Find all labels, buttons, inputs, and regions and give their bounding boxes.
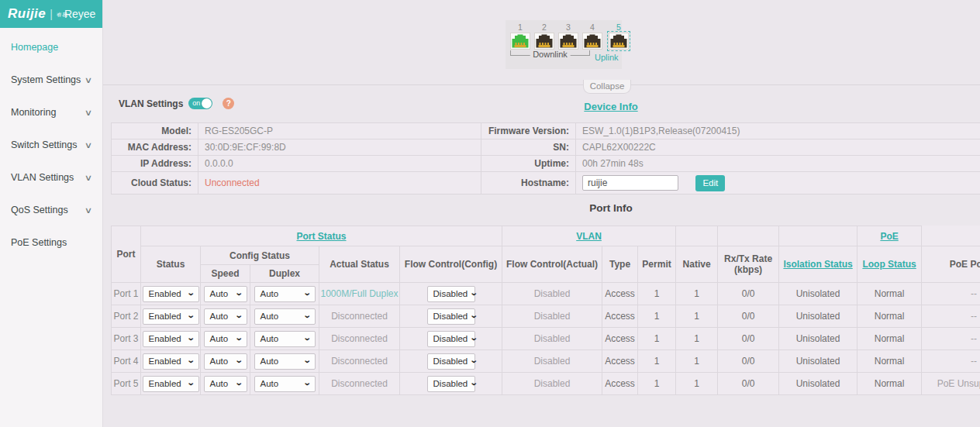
status-select-value: Enabled bbox=[149, 379, 181, 388]
duplex-select[interactable]: Auto⌄ bbox=[254, 331, 316, 347]
rj45-port-icon bbox=[510, 33, 530, 50]
port-number-label: 5 bbox=[616, 22, 621, 33]
status-select-value: Enabled bbox=[149, 312, 181, 321]
isolation-cell: Unisolated bbox=[779, 373, 858, 395]
speed-select[interactable]: Auto⌄ bbox=[204, 308, 247, 325]
col-duplex: Duplex bbox=[250, 265, 319, 283]
sidebar-item-vlan-settings[interactable]: VLAN Settings ∨ bbox=[0, 161, 102, 194]
table-row: IP Address: 0.0.0.0 Uptime: 00h 27min 48… bbox=[112, 156, 980, 172]
table-row: Port 5 Enabled⌄ Auto⌄ Auto⌄ Disconnected… bbox=[112, 373, 980, 395]
chevron-down-icon: ⌄ bbox=[303, 288, 312, 297]
port-2[interactable]: 2 bbox=[534, 22, 554, 50]
loop-cell: Normal bbox=[858, 283, 922, 305]
poe-power-cell: PoE Unsupported bbox=[922, 373, 980, 395]
flow-control-select-value: Disabled bbox=[433, 312, 468, 321]
port-5-uplink[interactable]: 5 bbox=[609, 22, 629, 50]
status-select[interactable]: Enabled⌄ bbox=[143, 376, 199, 392]
speed-select[interactable]: Auto⌄ bbox=[204, 353, 247, 370]
poe-power-cell: -- bbox=[922, 305, 980, 328]
vlan-native-cell: 1 bbox=[676, 283, 718, 305]
sidebar-item-homepage[interactable]: Homepage bbox=[0, 31, 102, 64]
port-number-label: 4 bbox=[590, 22, 595, 33]
sidebar-item-system-settings[interactable]: System Settings ∨ bbox=[0, 64, 102, 96]
vlan-permit-cell: 1 bbox=[638, 305, 676, 328]
uplink-label: Uplink bbox=[595, 50, 617, 62]
flow-control-select[interactable]: Disabled⌄ bbox=[427, 376, 475, 392]
logo-divider: | bbox=[50, 8, 53, 20]
hostname-input[interactable] bbox=[582, 175, 678, 191]
isolation-status-link[interactable]: Isolation Status bbox=[779, 246, 858, 283]
status-select[interactable]: Enabled⌄ bbox=[143, 353, 199, 370]
vlan-permit-cell: 1 bbox=[638, 328, 676, 350]
rj45-port-icon bbox=[582, 33, 602, 50]
vlan-link[interactable]: VLAN bbox=[502, 226, 676, 246]
chevron-down-icon: ⌄ bbox=[187, 311, 195, 319]
flow-control-select[interactable]: Disabled⌄ bbox=[427, 308, 475, 325]
vlan-permit-cell: 1 bbox=[638, 350, 676, 373]
rj45-port-icon bbox=[609, 33, 629, 50]
flow-control-select-value: Disabled bbox=[433, 334, 468, 343]
table-row: Port 3 Enabled⌄ Auto⌄ Auto⌄ Disconnected… bbox=[112, 328, 980, 350]
ip-label: IP Address: bbox=[112, 156, 198, 172]
blank-header bbox=[779, 226, 858, 246]
rate-cell: 0/0 bbox=[718, 305, 779, 328]
chevron-down-icon: ⌄ bbox=[187, 333, 195, 342]
isolation-cell: Unisolated bbox=[779, 305, 858, 328]
flow-actual-cell: Disabled bbox=[502, 328, 602, 350]
loop-cell: Normal bbox=[858, 373, 922, 395]
status-select[interactable]: Enabled⌄ bbox=[143, 308, 199, 325]
poe-link[interactable]: PoE bbox=[858, 226, 922, 246]
port-number-label: 1 bbox=[518, 22, 523, 33]
duplex-select[interactable]: Auto⌄ bbox=[254, 286, 316, 302]
loop-cell: Normal bbox=[858, 328, 922, 350]
device-info-link[interactable]: Device Info bbox=[584, 101, 637, 112]
loop-cell: Normal bbox=[858, 305, 922, 328]
chevron-down-icon: ⌄ bbox=[235, 378, 243, 387]
chevron-down-icon: ⌄ bbox=[235, 356, 243, 364]
firmware-label: Firmware Version: bbox=[481, 123, 576, 139]
speed-select[interactable]: Auto⌄ bbox=[204, 331, 247, 347]
vlan-type-cell: Access bbox=[602, 305, 638, 328]
sidebar-item-label: PoE Settings bbox=[11, 237, 67, 248]
speed-select[interactable]: Auto⌄ bbox=[204, 286, 247, 302]
sidebar-item-poe-settings[interactable]: PoE Settings bbox=[0, 226, 102, 259]
speed-select[interactable]: Auto⌄ bbox=[204, 376, 247, 392]
collapse-button[interactable]: Collapse bbox=[583, 80, 631, 94]
status-select[interactable]: Enabled⌄ bbox=[143, 286, 199, 302]
mac-label: MAC Address: bbox=[112, 139, 198, 156]
reyee-wordmark: Reyee bbox=[64, 8, 95, 20]
chevron-down-icon: ⌄ bbox=[235, 311, 243, 319]
edit-button[interactable]: Edit bbox=[695, 175, 725, 191]
uptime-label: Uptime: bbox=[481, 156, 576, 172]
flow-control-select[interactable]: Disabled⌄ bbox=[427, 353, 475, 370]
sidebar-item-switch-settings[interactable]: Switch Settings ∨ bbox=[0, 129, 102, 161]
port-info-title: Port Info bbox=[111, 202, 980, 214]
port-3[interactable]: 3 bbox=[558, 22, 578, 50]
sidebar-item-monitoring[interactable]: Monitoring ∨ bbox=[0, 96, 102, 129]
port-1[interactable]: 1 bbox=[510, 22, 530, 50]
duplex-select[interactable]: Auto⌄ bbox=[254, 376, 316, 392]
status-select[interactable]: Enabled⌄ bbox=[143, 331, 199, 347]
port-4[interactable]: 4 bbox=[582, 22, 602, 50]
flow-control-select[interactable]: Disabled⌄ bbox=[427, 331, 475, 347]
flow-actual-cell: Disabled bbox=[502, 305, 602, 328]
flow-control-select[interactable]: Disabled⌄ bbox=[427, 286, 475, 302]
rate-cell: 0/0 bbox=[718, 350, 779, 373]
duplex-select[interactable]: Auto⌄ bbox=[254, 353, 316, 370]
device-info-heading-wrap: Device Info bbox=[111, 99, 980, 113]
isolation-cell: Unisolated bbox=[779, 350, 858, 373]
chevron-down-icon: ⌄ bbox=[303, 356, 312, 364]
port-status-link[interactable]: Port Status bbox=[141, 226, 502, 246]
speed-select-value: Auto bbox=[210, 289, 229, 298]
device-info-table: Model: RG-ES205GC-P Firmware Version: ES… bbox=[111, 122, 980, 195]
vlan-native-cell: 1 bbox=[676, 305, 718, 328]
speed-select-value: Auto bbox=[210, 334, 229, 343]
duplex-select[interactable]: Auto⌄ bbox=[254, 308, 316, 325]
sidebar-item-qos-settings[interactable]: QoS Settings ∨ bbox=[0, 194, 102, 226]
loop-status-link[interactable]: Loop Status bbox=[858, 246, 922, 283]
chevron-down-icon: ⌄ bbox=[187, 378, 195, 387]
rj45-port-icon bbox=[534, 33, 554, 50]
table-row: Port 2 Enabled⌄ Auto⌄ Auto⌄ Disconnected… bbox=[112, 305, 980, 328]
sidebar-nav: Homepage System Settings ∨ Monitoring ∨ … bbox=[0, 28, 102, 259]
chevron-down-icon: ⌄ bbox=[470, 333, 478, 342]
